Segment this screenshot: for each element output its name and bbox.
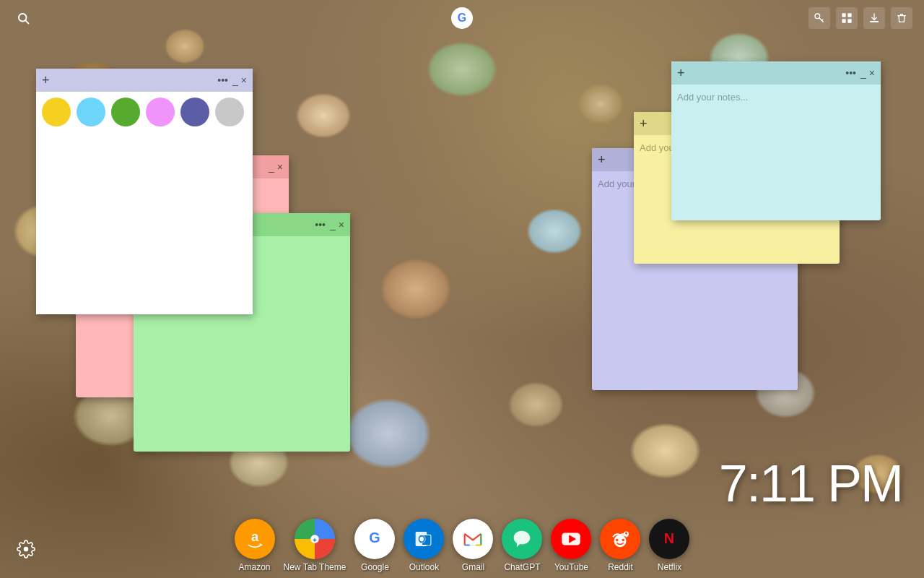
chatgpt-label: ChatGPT — [504, 562, 540, 572]
note-cyan-add-btn[interactable]: + — [677, 66, 685, 81]
note-pink-minimize-btn[interactable]: _ — [269, 161, 274, 173]
svg-point-20 — [614, 535, 627, 547]
taskbar-item-youtube[interactable]: YouTube — [551, 519, 591, 572]
amazon-label: Amazon — [239, 562, 271, 572]
taskbar-item-outlook[interactable]: Outlook — [404, 519, 444, 572]
search-icon[interactable] — [12, 7, 35, 30]
taskbar-item-netflix[interactable]: N Netflix — [649, 519, 689, 572]
note-cyan-placeholder: Add your notes... — [677, 92, 748, 103]
newtab-label: New Tab Theme — [284, 562, 346, 572]
note-lavender-add-btn[interactable]: + — [598, 152, 606, 168]
topbar-right — [808, 7, 912, 29]
svg-rect-8 — [847, 19, 851, 22]
note-cyan-header: + ••• _ × — [671, 61, 881, 85]
taskbar-item-google[interactable]: G Google — [354, 519, 395, 572]
trash-icon[interactable] — [891, 7, 912, 29]
topbar: G — [0, 0, 924, 36]
svg-rect-5 — [842, 13, 845, 17]
color-yellow[interactable] — [42, 98, 71, 126]
key-icon[interactable] — [808, 7, 830, 29]
newtab-icon: ✦ — [295, 519, 335, 559]
color-cyan[interactable] — [77, 98, 105, 126]
clock: 7:11 PM — [719, 454, 902, 513]
color-picker-row — [36, 92, 253, 132]
svg-rect-9 — [870, 21, 879, 22]
chatgpt-icon — [502, 519, 542, 559]
color-pink[interactable] — [146, 98, 175, 126]
note-cyan-menu-btn[interactable]: ••• — [845, 67, 856, 79]
gmail-label: Gmail — [462, 562, 484, 572]
svg-text:G: G — [370, 530, 380, 545]
note-cyan-body[interactable]: Add your notes... — [671, 85, 881, 220]
svg-point-22 — [622, 539, 625, 542]
sticky-note-white: + ••• _ × — [36, 69, 253, 314]
google-logo: G — [450, 7, 474, 30]
note-white-menu-btn[interactable]: ••• — [217, 74, 228, 86]
note-green-minimize-btn[interactable]: _ — [330, 219, 336, 230]
svg-text:a: a — [250, 529, 258, 544]
taskbar: a Amazon ✦ New Tab Theme G Google — [0, 517, 924, 578]
note-pink-close-btn[interactable]: × — [277, 161, 283, 173]
netflix-label: Netflix — [658, 562, 681, 572]
taskbar-item-reddit[interactable]: Reddit — [600, 519, 640, 572]
svg-point-24 — [626, 532, 628, 535]
taskbar-item-gmail[interactable]: Gmail — [453, 519, 493, 572]
svg-line-1 — [25, 20, 28, 23]
svg-rect-6 — [847, 13, 851, 17]
note-white-close-btn[interactable]: × — [241, 74, 247, 86]
note-yellow-add-btn[interactable]: + — [640, 116, 648, 131]
note-white-add-btn[interactable]: + — [42, 73, 50, 88]
svg-point-21 — [616, 539, 619, 542]
google-icon: G — [354, 519, 395, 559]
youtube-icon — [551, 519, 591, 559]
svg-text:G: G — [458, 12, 466, 24]
grid-icon[interactable] — [836, 7, 858, 29]
color-green[interactable] — [111, 98, 140, 126]
reddit-icon — [600, 519, 640, 559]
note-green-menu-btn[interactable]: ••• — [315, 219, 326, 230]
taskbar-item-amazon[interactable]: a Amazon — [235, 519, 275, 572]
note-white-minimize-btn[interactable]: _ — [232, 74, 238, 86]
taskbar-item-newtab[interactable]: ✦ New Tab Theme — [284, 519, 346, 572]
youtube-label: YouTube — [554, 562, 588, 572]
netflix-icon: N — [649, 519, 689, 559]
color-purple[interactable] — [180, 98, 209, 126]
note-cyan-minimize-btn[interactable]: _ — [860, 67, 866, 79]
taskbar-item-chatgpt[interactable]: ChatGPT — [502, 519, 542, 572]
outlook-label: Outlook — [409, 562, 439, 572]
svg-text:✦: ✦ — [312, 537, 318, 544]
svg-rect-7 — [842, 19, 845, 22]
sticky-note-cyan: + ••• _ × Add your notes... — [671, 61, 881, 220]
note-white-header: + ••• _ × — [36, 69, 253, 92]
note-green-close-btn[interactable]: × — [339, 219, 344, 230]
download-icon[interactable] — [863, 7, 885, 29]
outlook-icon — [404, 519, 444, 559]
amazon-icon: a — [235, 519, 275, 559]
note-white-body[interactable] — [36, 132, 253, 314]
google-label: Google — [361, 562, 389, 572]
color-gray[interactable] — [215, 98, 244, 126]
svg-text:N: N — [664, 530, 674, 546]
reddit-label: Reddit — [608, 562, 633, 572]
svg-point-17 — [420, 536, 424, 541]
note-cyan-close-btn[interactable]: × — [869, 67, 875, 79]
gmail-icon — [453, 519, 493, 559]
